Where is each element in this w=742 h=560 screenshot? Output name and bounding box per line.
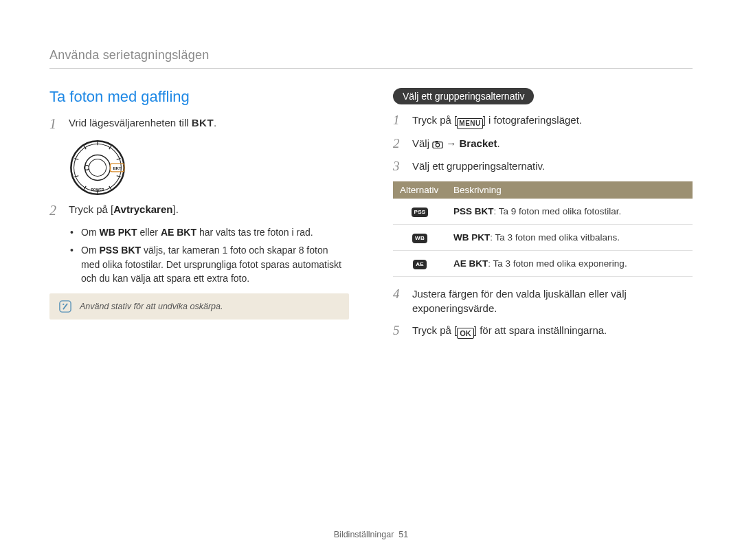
- table-row: AE AE BKT: Ta 3 foton med olika exponeri…: [393, 250, 693, 276]
- footer-page-number: 51: [398, 530, 408, 539]
- bullet1-post: har valts tas tre foton i rad.: [196, 227, 313, 238]
- pss-bkt-icon: PSS: [412, 208, 429, 217]
- bullet1-pre: Om: [81, 227, 99, 238]
- r5-post: ] för att spara inställningarna.: [474, 324, 607, 336]
- bullet2-pre: Om: [81, 245, 99, 256]
- bkt-label: BKT: [192, 117, 214, 128]
- bullet1-ae: AE BKT: [161, 227, 196, 238]
- camera-icon: [432, 137, 443, 146]
- r-step-4: 4 Justera färgen för den valda ljuskälla…: [393, 287, 693, 317]
- tip-text: Använd stativ för att undvika oskärpa.: [80, 302, 223, 311]
- svg-point-13: [89, 159, 106, 176]
- bracket-label: Bracket: [460, 137, 497, 149]
- r1-post: ] i fotograferingsläget.: [483, 114, 582, 126]
- bullet-item: Om WB PKT eller AE BKT har valts tas tre…: [70, 225, 349, 239]
- step1-text-post: .: [214, 117, 216, 128]
- step-number: 4: [393, 287, 403, 302]
- table-row: WB WB PKT: Ta 3 foton med olika vitbalan…: [393, 224, 693, 250]
- left-column: Ta foton med gaffling 1 Vrid lägesväljar…: [49, 88, 349, 346]
- section-heading: Ta foton med gaffling: [49, 88, 349, 106]
- r2-post: .: [497, 137, 500, 149]
- svg-text:POWER: POWER: [91, 188, 104, 192]
- table-row: PSS PSS BKT: Ta 9 foton med olika fotost…: [393, 199, 693, 225]
- step-number: 2: [393, 136, 403, 152]
- shutter-label: Avtryckaren: [113, 203, 172, 215]
- menu-button-icon: MENU: [457, 118, 482, 129]
- tip-box: Använd stativ för att undvika oskärpa.: [49, 293, 349, 320]
- subsection-pill: Välj ett grupperingsalternativ: [393, 88, 534, 104]
- footer-label: Bildinställningar: [334, 530, 394, 539]
- r4-text: Justera färgen för den valda ljuskällan …: [412, 287, 693, 317]
- step-number: 5: [393, 323, 403, 339]
- bullet-list: Om WB PKT eller AE BKT har valts tas tre…: [70, 225, 349, 285]
- row0-desc: : Ta 9 foton med olika fotostilar.: [494, 206, 622, 216]
- arrow: →: [443, 137, 459, 149]
- divider: [49, 68, 693, 69]
- r1-pre: Tryck på [: [412, 114, 457, 126]
- mode-dial-illustration: BKT POWER: [69, 139, 126, 197]
- step2-text-post: ].: [172, 203, 178, 215]
- breadcrumb: Använda serietagningslägen: [49, 48, 693, 63]
- step1-text-pre: Vrid lägesväljarenheten till: [69, 117, 192, 128]
- info-icon: [59, 300, 71, 313]
- row2-label: AE BKT: [453, 258, 488, 269]
- page-footer: Bildinställningar 51: [0, 530, 742, 539]
- options-table: Alternativ Beskrivning PSS PSS BKT: Ta 9…: [393, 181, 693, 277]
- th-alternativ: Alternativ: [393, 181, 447, 199]
- bullet-item: Om PSS BKT väljs, tar kameran 1 foto och…: [70, 243, 349, 285]
- right-column: Välj ett grupperingsalternativ 1 Tryck p…: [393, 88, 693, 346]
- step-number: 1: [393, 113, 403, 128]
- svg-text:BKT: BKT: [113, 166, 122, 170]
- bullet1-mid: eller: [137, 227, 161, 238]
- ok-button-icon: OK: [457, 328, 474, 339]
- row1-desc: : Ta 3 foton med olika vitbalans.: [490, 232, 620, 243]
- r3-text: Välj ett grupperingsalternativ.: [412, 159, 545, 174]
- bullet2-pss: PSS BKT: [99, 245, 141, 256]
- step-number: 2: [49, 202, 59, 219]
- svg-point-19: [63, 304, 64, 305]
- r-step-5: 5 Tryck på [OK] för att spara inställnin…: [393, 323, 693, 339]
- r-step-3: 3 Välj ett grupperingsalternativ.: [393, 159, 693, 175]
- r5-pre: Tryck på [: [412, 324, 457, 336]
- step-1: 1 Vrid lägesväljarenheten till BKT.: [49, 115, 349, 132]
- svg-point-22: [436, 143, 440, 146]
- r2-pre: Välj: [412, 137, 432, 149]
- row0-label: PSS BKT: [453, 206, 494, 216]
- step-number: 3: [393, 159, 403, 175]
- wb-pkt-icon: WB: [412, 234, 427, 243]
- ae-bkt-icon: AE: [413, 260, 427, 269]
- r-step-1: 1 Tryck på [MENU] i fotograferingsläget.: [393, 113, 693, 129]
- step2-text-pre: Tryck på [: [69, 203, 113, 215]
- bullet1-wb: WB PKT: [99, 227, 137, 238]
- row1-label: WB PKT: [453, 232, 490, 243]
- step-number: 1: [49, 115, 59, 132]
- row2-desc: : Ta 3 foton med olika exponering.: [488, 258, 627, 269]
- step-2: 2 Tryck på [Avtryckaren].: [49, 202, 349, 219]
- svg-rect-21: [436, 140, 438, 142]
- r-step-2: 2 Välj → Bracket.: [393, 136, 693, 152]
- th-beskrivning: Beskrivning: [447, 181, 693, 199]
